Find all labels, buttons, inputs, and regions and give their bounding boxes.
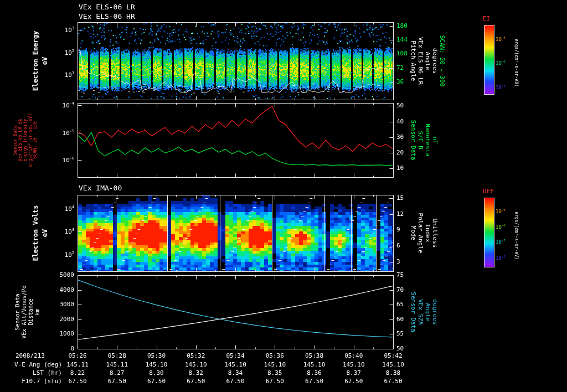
panel4-left-label-line: VEx Alt/Venus/Pd bbox=[21, 275, 27, 349]
row-label-ve-ang: V-E Ang (deg) bbox=[13, 362, 62, 368]
panel4-right-label-line: Sensor Data bbox=[410, 275, 416, 349]
colorbar-tick-label: 10-6 bbox=[496, 224, 506, 230]
row-value: 8.38 bbox=[378, 370, 408, 376]
row-label-f107: F10.7 (sfu) bbox=[13, 378, 62, 385]
panel3-right-label-line: Unitless bbox=[431, 195, 438, 271]
panel3-right-label-line: Index bbox=[424, 195, 431, 271]
panel2-y-tick: 10-5 bbox=[51, 130, 74, 137]
panel2-y-tick: 10-4 bbox=[51, 102, 74, 109]
row-value: 67.50 bbox=[142, 378, 172, 385]
time-tick-label: 05:28 bbox=[105, 353, 129, 359]
panel4-left-label-line: Distance bbox=[28, 275, 34, 349]
row-value: 8.27 bbox=[102, 370, 132, 376]
row-value: 145.10 bbox=[378, 362, 408, 368]
row-value: 67.50 bbox=[102, 378, 132, 385]
time-tick-label: 05:26 bbox=[65, 353, 90, 359]
panel3-left-label-line: eV bbox=[42, 195, 49, 271]
row-value: 8.34 bbox=[220, 370, 250, 376]
panel4-y-tick: 4000 bbox=[51, 287, 74, 293]
row-value: 8.35 bbox=[260, 370, 290, 376]
colorbar-unit: ergs/(cm²-s-sr-eV) bbox=[513, 195, 518, 276]
colorbar1-title: EI bbox=[483, 16, 490, 22]
panel1-title-line1: VEx ELS-06 LR bbox=[79, 3, 135, 11]
colorbar-tick-label: 10-4 bbox=[496, 36, 506, 43]
colorbar-tick-label: 10-6 bbox=[496, 60, 506, 66]
plot-canvas bbox=[0, 0, 567, 392]
time-tick-label: 05:30 bbox=[145, 353, 169, 359]
time-tick-label: 05:34 bbox=[223, 353, 248, 359]
row-value: 145.11 bbox=[102, 362, 132, 368]
panel4-left-label-line: Sensor Data bbox=[14, 275, 20, 349]
panel1-right-label-line: Angle bbox=[424, 22, 431, 100]
panel4-right-label-line: Angle bbox=[424, 275, 431, 349]
row-value: 8.32 bbox=[181, 370, 211, 376]
row-value: 145.10 bbox=[339, 362, 369, 368]
row-value: 67.50 bbox=[220, 378, 250, 385]
colorbar-unit: ergs/(cm²-s-sr-eV) bbox=[513, 23, 518, 103]
colorbar-tick-label: 10-5 bbox=[496, 208, 506, 215]
panel4-y-tick: 2000 bbox=[51, 316, 74, 323]
panel4-right-label-line: VEx SZA bbox=[417, 275, 424, 349]
panel4-y-tick: 1000 bbox=[51, 331, 74, 337]
panel3-right-label-line: Polar Angle bbox=[417, 195, 424, 271]
panel1-left-label-line: Electron Energy bbox=[32, 22, 39, 100]
panel3-y-tick: 104 bbox=[51, 205, 74, 213]
panel2-left-label-line: SCAN: 20 - 150 bbox=[33, 103, 38, 177]
colorbar-tick-label: 10-7 bbox=[496, 239, 506, 245]
panel1-y-tick: 103 bbox=[51, 27, 74, 34]
panel3-right-label-line: Mode bbox=[410, 195, 416, 271]
row-value: 145.11 bbox=[63, 362, 92, 368]
row-value: 67.50 bbox=[378, 378, 408, 385]
row-value: 67.50 bbox=[300, 378, 329, 385]
time-tick-label: 05:42 bbox=[381, 353, 405, 359]
row-value: 8.36 bbox=[300, 370, 329, 376]
panel1-right-label-line: Pitch Angle bbox=[410, 22, 416, 100]
row-value: 145.10 bbox=[142, 362, 172, 368]
panel2-right-label-line: S/C B bbox=[417, 103, 424, 177]
time-tick-label: 05:40 bbox=[342, 353, 366, 359]
plot-stage: VEx ELS-06 LR VEx ELS-06 HR VEx IMA-00 2… bbox=[0, 0, 567, 392]
panel2-y-tick: 10-6 bbox=[51, 157, 74, 164]
row-value: 145.10 bbox=[260, 362, 290, 368]
panel3-y-tick: 102 bbox=[51, 251, 74, 259]
row-value: 67.50 bbox=[63, 378, 92, 385]
row-value: 145.10 bbox=[300, 362, 329, 368]
date-label: 2008/213 bbox=[16, 353, 45, 359]
panel4-left-label-line: km bbox=[34, 275, 40, 349]
panel2-right-label-line: Nanotesla bbox=[424, 103, 431, 177]
panel3-y-tick: 103 bbox=[51, 228, 74, 235]
row-value: 67.50 bbox=[260, 378, 290, 385]
panel3-left-label-line: Electron Volts bbox=[32, 195, 39, 271]
time-tick-label: 05:36 bbox=[262, 353, 287, 359]
row-value: 8.30 bbox=[142, 370, 172, 376]
panel3-title: VEx IMA-00 bbox=[79, 184, 122, 192]
panel1-y-tick: 102 bbox=[51, 49, 74, 56]
time-tick-label: 05:32 bbox=[184, 353, 208, 359]
panel1-y-tick: 101 bbox=[51, 71, 74, 79]
colorbar2-title: DEF bbox=[483, 188, 494, 195]
colorbar-tick-label: 10-8 bbox=[496, 255, 506, 261]
row-value: 8.22 bbox=[63, 370, 92, 376]
row-value: 145.10 bbox=[220, 362, 250, 368]
time-tick-label: 05:38 bbox=[302, 353, 327, 359]
colorbar-tick-label: 10-8 bbox=[496, 84, 506, 91]
panel4-y-tick: 5000 bbox=[51, 272, 74, 278]
panel1-right-label-line: degrees bbox=[431, 22, 438, 100]
row-value: 67.50 bbox=[181, 378, 211, 385]
panel1-left-label-line: eV bbox=[42, 22, 49, 100]
row-value: 8.37 bbox=[339, 370, 369, 376]
panel1-right-label-line: SCAN: 20 - 300 bbox=[439, 22, 445, 100]
panel4-y-tick: 0 bbox=[51, 345, 74, 352]
row-value: 145.10 bbox=[181, 362, 211, 368]
panel4-y-tick: 3000 bbox=[51, 301, 74, 308]
panel2-right-label-line: Sensor Data bbox=[410, 103, 416, 177]
panel1-title-line2: VEx ELS-06 HR bbox=[79, 13, 135, 20]
panel4-right-label-line: degrees bbox=[431, 275, 438, 349]
panel2-right-label-line: nT bbox=[431, 103, 438, 177]
row-value: 67.50 bbox=[339, 378, 369, 385]
panel1-right-label-line: VEx ELS-06 LR bbox=[417, 22, 424, 100]
row-label-lst: LST (hr) bbox=[13, 370, 62, 376]
